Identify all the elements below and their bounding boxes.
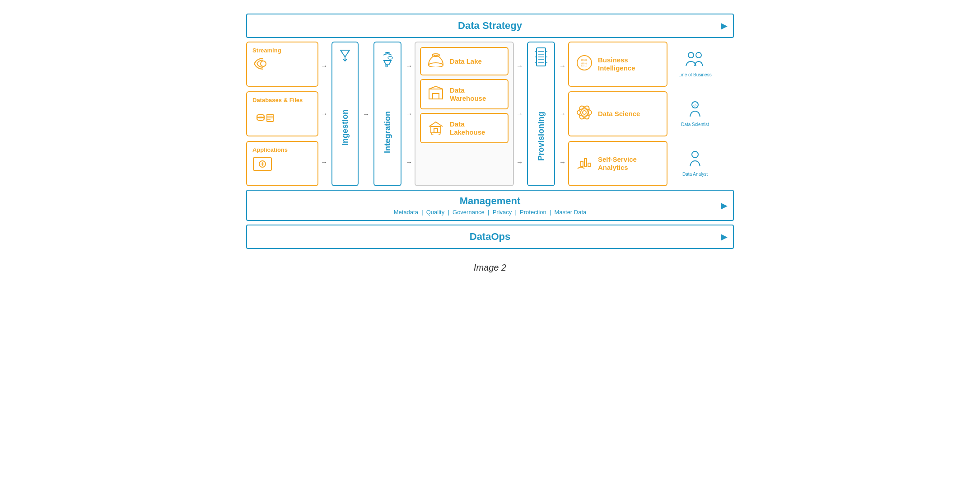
management-banner: Management Metadata | Quality | Governan… <box>246 190 734 221</box>
svg-rect-39 <box>584 159 587 167</box>
applications-icon <box>252 156 272 175</box>
data-warehouse-icon <box>427 84 444 104</box>
arrow-to-lakehouse: → <box>406 158 412 166</box>
arrow-lake-to-prov: → <box>516 62 523 70</box>
analyst-icon <box>688 150 702 170</box>
analytics-box: Self-Service Analytics <box>568 141 667 186</box>
arrow-prov-science: → <box>559 110 566 117</box>
databases-icon <box>252 106 276 126</box>
arrow-to-lake: → <box>406 62 412 70</box>
dataops-title: DataOps <box>470 231 510 243</box>
databases-label: Databases & Files <box>252 97 303 103</box>
arrow-prov-analytics: → <box>559 158 566 166</box>
outputs-column: 10101 01110 11010 Business Intelligence <box>568 42 667 186</box>
data-lake-label: Data Lake <box>450 57 482 66</box>
personas-column: Line of Business </> Data Scientist <box>675 42 715 186</box>
sources-column: Streaming Databases & Files <box>246 42 318 186</box>
outputs-and-personas: 10101 01110 11010 Business Intelligence <box>568 42 715 186</box>
streaming-icon <box>252 56 274 74</box>
provisioning-box: Provisioning <box>527 42 555 186</box>
bi-label: Business Intelligence <box>598 56 660 72</box>
databases-box: Databases & Files <box>246 91 318 136</box>
data-science-label: Data Science <box>598 110 640 118</box>
arrow-wh-to-prov: → <box>516 110 523 117</box>
svg-point-11 <box>429 63 443 67</box>
prov-arrows: → → → <box>557 42 568 186</box>
svg-rect-38 <box>581 161 583 167</box>
source-arrows: → → → <box>318 42 330 186</box>
analytics-icon <box>575 153 593 174</box>
lob-persona: Line of Business <box>675 51 715 78</box>
streaming-box: Streaming <box>246 42 318 87</box>
data-lake-box: Data Lake <box>420 47 509 75</box>
provisioning-label: Provisioning <box>537 112 546 161</box>
ingestion-label: Ingestion <box>341 109 350 145</box>
svg-point-34 <box>583 111 586 114</box>
diagram-wrapper: Data Strategy Streaming <box>246 14 734 249</box>
data-lakehouse-box: Data Lakehouse <box>420 113 509 143</box>
analyst-label: Data Analyst <box>682 172 708 177</box>
arrow-streaming: → <box>321 62 327 70</box>
svg-point-41 <box>688 52 694 58</box>
main-architecture-row: Streaming Databases & Files <box>246 42 734 186</box>
svg-rect-13 <box>433 94 439 99</box>
svg-text:11010: 11010 <box>581 64 587 67</box>
svg-rect-15 <box>431 127 441 133</box>
strategy-banner: Data Strategy <box>246 14 734 38</box>
svg-point-17 <box>431 132 440 135</box>
dataops-banner: DataOps <box>246 225 734 249</box>
arrow-to-warehouse: → <box>406 110 412 117</box>
image-caption: Image 2 <box>474 263 506 273</box>
data-warehouse-box: Data Warehouse <box>420 79 509 109</box>
analyst-persona: Data Analyst <box>675 150 715 177</box>
data-science-icon <box>575 103 593 125</box>
arrow-applications: → <box>321 158 327 166</box>
svg-point-0 <box>261 61 266 66</box>
svg-rect-40 <box>588 163 590 167</box>
bi-box: 10101 01110 11010 Business Intelligence <box>568 42 667 87</box>
lob-icon <box>684 51 706 70</box>
streaming-label: Streaming <box>252 47 281 54</box>
lob-label: Line of Business <box>678 72 711 78</box>
svg-point-42 <box>696 52 701 58</box>
integration-arrows: → → → <box>403 42 415 186</box>
data-lakehouse-label: Data Lakehouse <box>450 120 501 136</box>
data-science-box: Data Science <box>568 91 667 136</box>
arrow-databases: → <box>321 110 327 117</box>
arrow-prov-bi: → <box>559 62 566 70</box>
data-warehouse-label: Data Warehouse <box>450 86 501 103</box>
storage-group: Data Lake Data Warehouse <box>415 42 514 186</box>
ingestion-box: Ingestion <box>331 42 359 186</box>
applications-box: Applications <box>246 141 318 186</box>
integration-label: Integration <box>383 111 392 153</box>
arrow-lh-to-prov: → <box>516 158 523 166</box>
strategy-title: Data Strategy <box>458 20 522 32</box>
bi-icon: 10101 01110 11010 <box>575 54 593 75</box>
applications-label: Applications <box>252 146 288 153</box>
scientist-label: Data Scientist <box>681 122 709 127</box>
scientist-persona: </> Data Scientist <box>675 100 715 127</box>
data-lakehouse-icon <box>427 118 444 138</box>
management-items: Metadata | Quality | Governance | Privac… <box>394 209 587 216</box>
svg-point-45 <box>692 151 698 158</box>
analytics-label: Self-Service Analytics <box>598 155 660 172</box>
svg-text:</>: </> <box>693 104 697 107</box>
arrow-to-integration: → <box>363 110 369 118</box>
storage-arrows: → → → <box>514 42 525 186</box>
ingestion-arrow: → <box>360 42 372 186</box>
svg-point-10 <box>386 65 387 67</box>
svg-point-9 <box>388 56 392 59</box>
integration-box: Integration <box>373 42 401 186</box>
management-title: Management <box>460 195 520 207</box>
scientist-icon: </> <box>688 100 702 120</box>
data-lake-icon <box>427 52 444 70</box>
